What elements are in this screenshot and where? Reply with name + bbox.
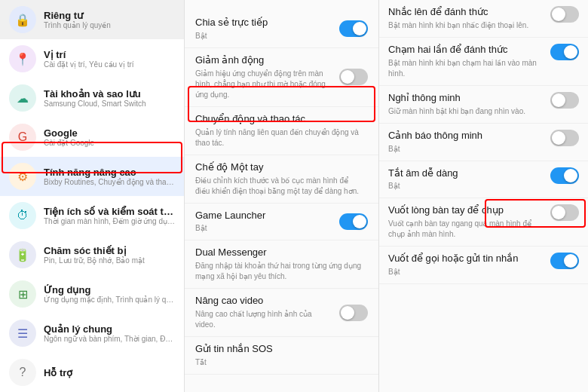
nghi-thong-minh-text: Nghỉ thông minhGiữ màn hình bật khi bạn …: [388, 92, 550, 117]
left-item-tien-ich[interactable]: ⏱Tiện ích số và kiểm soát truy cậpThời g…: [0, 196, 184, 235]
tat-am-subtitle: Bật: [388, 181, 544, 191]
right-item-cham-hai-lan[interactable]: Chạm hai lần để đánh thứcBật màn hình kh…: [379, 38, 588, 86]
left-item-vi-tri[interactable]: 📍Vị tríCài đặt vị trí, Yêu cầu vị trí: [0, 39, 184, 78]
tai-khoan-subtitle: Samsung Cloud, Smart Switch: [44, 100, 175, 108]
canh-bao-text: Cảnh báo thông minhBật: [388, 130, 550, 155]
rieng-tu-icon: 🔒: [9, 6, 36, 33]
cham-soc-text: Chăm sóc thiết bịPin, Lưu trữ, Bộ nhớ, B…: [44, 245, 175, 265]
right-item-nhac-len[interactable]: Nhắc lên để đánh thứcBật màn hình khi bạ…: [379, 0, 588, 38]
tai-khoan-title: Tài khoản và sao lưu: [44, 88, 175, 100]
left-item-rieng-tu[interactable]: 🔒Riêng tưTrình quản lý quyền: [0, 0, 184, 39]
vuot-long-text: Vuốt lòng bàn tay để chụpVuốt cạnh bàn t…: [388, 204, 550, 240]
nhac-len-toggle[interactable]: [550, 6, 579, 23]
right-item-nghi-thong-minh[interactable]: Nghỉ thông minhGiữ màn hình bật khi bạn …: [379, 86, 588, 124]
game-launcher-title: Game Launcher: [195, 210, 333, 222]
mid-item-chuyen-dong[interactable]: Chuyển động và thao tácQuản lý tính năng…: [185, 107, 378, 155]
quan-ly-title: Quản lý chung: [44, 323, 175, 335]
dual-messenger-title: Dual Messenger: [195, 247, 362, 259]
vuot-long-toggle[interactable]: [550, 204, 579, 221]
tinh-nang-icon: ⚙: [9, 163, 36, 190]
left-item-ung-dung[interactable]: ⊞Ứng dụngỨng dụng mặc định, Trình quản l…: [0, 274, 184, 314]
vi-tri-subtitle: Cài đặt vị trí, Yêu cầu vị trí: [44, 60, 175, 69]
che-do-title: Chế độ Một tay: [195, 161, 362, 174]
mid-item-game-launcher[interactable]: Game LauncherBật: [185, 204, 378, 241]
dual-messenger-subtitle: Đăng nhập tài khoản thứ hai trong từng ứ…: [195, 261, 362, 282]
chia-se-subtitle: Bật: [195, 31, 333, 41]
left-item-cham-soc[interactable]: 🔋Chăm sóc thiết bịPin, Lưu trữ, Bộ nhớ, …: [0, 235, 184, 274]
left-item-ho-tro[interactable]: ?Hỗ trợ: [0, 353, 184, 392]
right-item-tat-am[interactable]: Tắt âm dễ dàngBật: [379, 161, 588, 199]
tat-am-text: Tắt âm dễ dàngBật: [388, 167, 550, 192]
cham-hai-lan-subtitle: Bật màn hình khi bạn chạm hai lần vào mà…: [388, 58, 544, 79]
nang-cao-video-text: Nâng cao videoNâng cao chất lượng hình ả…: [195, 295, 339, 330]
right-item-vuot-long[interactable]: Vuốt lòng bàn tay để chụpVuốt cạnh bàn t…: [379, 198, 588, 247]
rieng-tu-text: Riêng tưTrình quản lý quyền: [44, 10, 175, 29]
mid-item-chia-se[interactable]: Chia sẻ trực tiếpBật: [185, 11, 378, 48]
tinh-nang-title: Tính năng nâng cao: [44, 167, 175, 178]
chuyen-dong-text: Chuyển động và thao tácQuản lý tính năng…: [195, 113, 368, 149]
rieng-tu-title: Riêng tư: [44, 10, 175, 21]
cham-hai-lan-toggle[interactable]: [550, 44, 579, 60]
cham-hai-lan-text: Chạm hai lần để đánh thứcBật màn hình kh…: [388, 44, 550, 79]
nghi-thong-minh-toggle[interactable]: [550, 92, 579, 109]
game-launcher-subtitle: Bật: [195, 223, 333, 234]
nhac-len-subtitle: Bật màn hình khi bạn nhấc điện thoại lên…: [388, 20, 544, 31]
google-title: Google: [44, 127, 175, 139]
tat-am-title: Tắt âm dễ dàng: [388, 167, 544, 180]
nhac-len-title: Nhắc lên để đánh thức: [388, 6, 544, 19]
tien-ich-icon: ⏱: [9, 202, 36, 229]
ho-tro-title: Hỗ trợ: [44, 367, 175, 378]
tai-khoan-text: Tài khoản và sao lưuSamsung Cloud, Smart…: [44, 88, 175, 108]
cham-soc-subtitle: Pin, Lưu trữ, Bộ nhớ, Bảo mật: [44, 256, 175, 265]
left-item-quan-ly[interactable]: ☰Quản lý chungNgôn ngữ và bàn phím, Thời…: [0, 314, 184, 353]
quan-ly-text: Quản lý chungNgôn ngữ và bàn phím, Thời …: [44, 323, 175, 343]
vi-tri-icon: 📍: [9, 45, 36, 72]
google-icon: G: [9, 124, 36, 151]
vi-tri-text: Vị tríCài đặt vị trí, Yêu cầu vị trí: [44, 49, 175, 69]
dual-messenger-text: Dual MessengerĐăng nhập tài khoản thứ ha…: [195, 247, 368, 282]
tien-ich-title: Tiện ích số và kiểm soát truy cập: [44, 206, 175, 217]
mid-item-gui-sos[interactable]: Gửi tin nhắn SOSTắt: [185, 337, 378, 375]
nang-cao-video-title: Nâng cao video: [195, 295, 333, 308]
tien-ich-subtitle: Thời gian màn hình, Đếm giờ ứng dụng, Th…: [44, 217, 175, 225]
vuot-goi-subtitle: Bật: [388, 267, 544, 277]
canh-bao-title: Cảnh báo thông minh: [388, 130, 544, 142]
gui-sos-text: Gửi tin nhắn SOSTắt: [195, 343, 368, 368]
mid-item-che-do[interactable]: Chế độ Một tayĐiều chỉnh kích thước và b…: [185, 155, 378, 204]
giam-dong-title: Giảm ảnh động: [195, 54, 333, 67]
left-item-google[interactable]: GGoogleCài đặt Google: [0, 118, 184, 157]
giam-dong-toggle[interactable]: [339, 69, 368, 85]
right-item-vuot-goi[interactable]: Vuốt để gọi hoặc gửi tin nhắnBật: [379, 247, 588, 284]
game-launcher-toggle[interactable]: [339, 213, 368, 230]
mid-section-header: [185, 0, 378, 11]
mid-item-dual-messenger[interactable]: Dual MessengerĐăng nhập tài khoản thứ ha…: [185, 240, 378, 289]
mid-item-nang-cao-video[interactable]: Nâng cao videoNâng cao chất lượng hình ả…: [185, 289, 378, 337]
ung-dung-title: Ứng dụng: [44, 284, 175, 296]
ho-tro-text: Hỗ trợ: [44, 367, 175, 378]
vuot-long-subtitle: Vuốt cạnh bàn tay ngang qua màn hình để …: [388, 219, 544, 240]
ung-dung-icon: ⊞: [9, 280, 36, 308]
nghi-thong-minh-title: Nghỉ thông minh: [388, 92, 544, 105]
ho-tro-icon: ?: [9, 359, 36, 386]
mid-items-container: Chia sẻ trực tiếpBậtGiảm ảnh độngGiảm hi…: [185, 11, 378, 375]
chia-se-toggle[interactable]: [339, 20, 368, 37]
left-item-tinh-nang[interactable]: ⚙Tính năng nâng caoBixby Routines, Chuyể…: [0, 157, 184, 196]
nang-cao-video-toggle[interactable]: [339, 305, 368, 321]
che-do-subtitle: Điều chỉnh kích thước và bố cục màn hình…: [195, 176, 362, 197]
canh-bao-toggle[interactable]: [550, 130, 579, 146]
right-item-canh-bao[interactable]: Cảnh báo thông minhBật: [379, 124, 588, 161]
vi-tri-title: Vị trí: [44, 49, 175, 60]
mid-item-giam-dong[interactable]: Giảm ảnh độngGiảm hiệu ứng chuyển động t…: [185, 48, 378, 107]
vuot-goi-toggle[interactable]: [550, 253, 579, 269]
vuot-long-title: Vuốt lòng bàn tay để chụp: [388, 204, 544, 217]
ung-dung-text: Ứng dụngỨng dụng mặc định, Trình quản lý…: [44, 284, 175, 304]
tat-am-toggle[interactable]: [550, 167, 579, 184]
left-item-tai-khoan[interactable]: ☁Tài khoản và sao lưuSamsung Cloud, Smar…: [0, 78, 184, 118]
game-launcher-text: Game LauncherBật: [195, 210, 339, 234]
cham-soc-title: Chăm sóc thiết bị: [44, 245, 175, 256]
gui-sos-title: Gửi tin nhắn SOS: [195, 343, 362, 356]
middle-panel: Chia sẻ trực tiếpBậtGiảm ảnh độngGiảm hi…: [185, 0, 379, 392]
right-panel: Nhắc lên để đánh thứcBật màn hình khi bạ…: [379, 0, 588, 392]
vuot-goi-title: Vuốt để gọi hoặc gửi tin nhắn: [388, 253, 544, 265]
chuyen-dong-subtitle: Quản lý tính năng liên quan đến chuyển đ…: [195, 127, 362, 149]
